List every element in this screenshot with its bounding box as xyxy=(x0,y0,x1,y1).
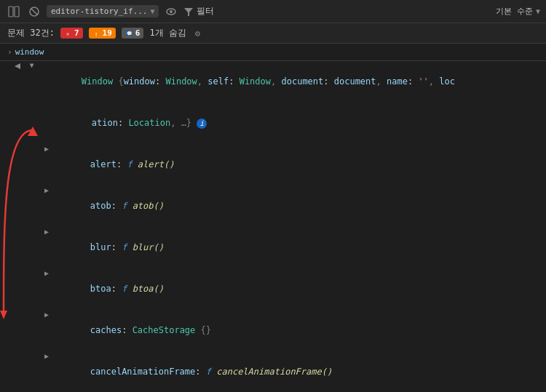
line-expand[interactable]: ▶ xyxy=(26,269,47,277)
file-selector[interactable]: editor-tistory_if... ▼ xyxy=(47,5,159,17)
line-expand[interactable]: ▶ xyxy=(26,186,47,194)
left-arrow-icon xyxy=(13,62,22,71)
line-content: Window {window: Window, self: Window, do… xyxy=(38,62,546,101)
console-line: ▶ Window {window: Window, self: Window, … xyxy=(0,61,546,103)
console-content[interactable]: ▶ Window {window: Window, self: Window, … xyxy=(0,61,546,392)
line-expand[interactable]: ▶ xyxy=(26,145,47,153)
eye-icon[interactable] xyxy=(163,4,179,20)
chevron-down-icon: ▼ xyxy=(150,7,154,15)
error-badge[interactable]: ✕ 7 xyxy=(60,28,83,39)
svg-marker-6 xyxy=(184,8,193,16)
breadcrumb-item[interactable]: window xyxy=(15,47,44,57)
console-line: ▶ blur: f blur() xyxy=(0,227,546,268)
warning-badge[interactable]: ! 19 xyxy=(89,28,116,39)
line-content: atob: f atob() xyxy=(47,186,546,225)
issues-label: 문제 32건: xyxy=(7,27,55,39)
svg-point-5 xyxy=(170,10,173,13)
hidden-label: 1개 숨김 xyxy=(149,27,186,39)
line-content: blur: f blur() xyxy=(47,228,546,267)
toolbar-left: editor-tistory_if... ▼ 필터 xyxy=(6,4,491,20)
level-label: 기본 수준 xyxy=(496,6,533,17)
line-content: ation: Location, …} i xyxy=(38,103,546,143)
breadcrumb-chevron-icon: › xyxy=(7,47,12,57)
line-expand[interactable]: ▶ xyxy=(26,62,38,70)
console-line: ▶ btoa: f btoa() xyxy=(0,268,546,310)
line-content: alert: f alert() xyxy=(47,145,546,184)
svg-text:!: ! xyxy=(94,31,97,37)
filter-label: 필터 xyxy=(197,5,214,17)
toolbar: editor-tistory_if... ▼ 필터 기본 수준 ▼ xyxy=(0,0,546,23)
expand-panel-icon[interactable] xyxy=(6,4,22,20)
console-line: ation: Location, …} i xyxy=(0,103,546,144)
line-content: cancelAnimationFrame: f cancelAnimationF… xyxy=(47,352,546,391)
console-line: ▶ caches: CacheStorage {} xyxy=(0,310,546,351)
svg-text:✕: ✕ xyxy=(66,31,69,37)
svg-marker-15 xyxy=(15,63,20,69)
toolbar-right: 기본 수준 ▼ xyxy=(496,6,540,17)
block-icon[interactable] xyxy=(26,4,42,20)
svg-rect-0 xyxy=(9,7,13,17)
file-name: editor-tistory_if... xyxy=(51,7,147,16)
console-line: ▶ alert: f alert() xyxy=(0,144,546,185)
line-content: btoa: f btoa() xyxy=(47,269,546,308)
issues-bar: 문제 32건: ✕ 7 ! 19 💬 6 1개 숨김 ⚙ xyxy=(0,23,546,44)
svg-text:💬: 💬 xyxy=(126,31,132,36)
console-line: ▶ cancelAnimationFrame: f cancelAnimatio… xyxy=(0,351,546,392)
gear-icon[interactable]: ⚙ xyxy=(195,28,200,39)
level-chevron[interactable]: ▼ xyxy=(536,7,540,15)
line-content: caches: CacheStorage {} xyxy=(47,311,546,350)
message-badge[interactable]: 💬 6 xyxy=(122,28,144,39)
line-expand[interactable]: ▶ xyxy=(26,352,47,360)
line-expand[interactable]: ▶ xyxy=(26,311,47,319)
console-line: ▶ atob: f atob() xyxy=(0,185,546,227)
breadcrumb: › window xyxy=(0,44,546,61)
devtools-window: editor-tistory_if... ▼ 필터 기본 수준 ▼ 문제 32 xyxy=(0,0,546,392)
svg-rect-1 xyxy=(15,7,19,17)
filter-button[interactable]: 필터 xyxy=(183,5,214,17)
svg-line-3 xyxy=(31,8,38,15)
expand-arrow-icon[interactable]: ▶ xyxy=(28,62,36,71)
line-gutter xyxy=(0,62,26,71)
line-expand[interactable]: ▶ xyxy=(26,228,47,236)
